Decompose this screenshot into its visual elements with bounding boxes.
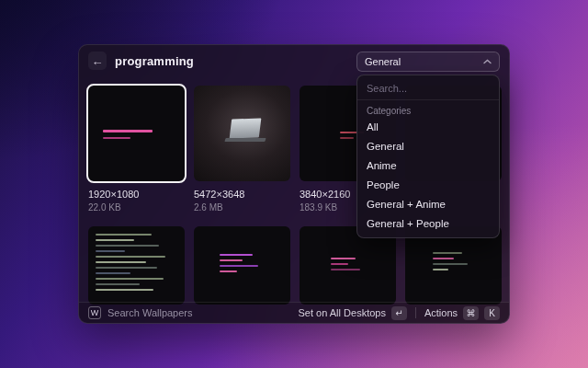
- k-key-icon: K: [484, 306, 500, 320]
- return-key-icon: ↵: [391, 306, 407, 320]
- chevron-up-icon: [483, 59, 492, 64]
- wallpaper-resolution: 5472×3648: [194, 189, 290, 200]
- wallpaper-meta: 5472×3648 2.6 MB: [194, 181, 290, 213]
- back-arrow-icon: ←: [92, 54, 104, 68]
- wallpaper-cell: 5472×3648 2.6 MB: [194, 86, 290, 213]
- wallpaper-thumbnail[interactable]: [194, 86, 290, 181]
- wallpaper-thumbnail-selected[interactable]: [88, 86, 185, 181]
- wallpaper-thumbnail[interactable]: [88, 226, 185, 305]
- page-title: programming: [115, 54, 194, 68]
- wallpaper-meta: 1920×1080 22.0 KB: [88, 181, 185, 213]
- category-select-value: General: [365, 56, 401, 67]
- category-dropdown-menu: Categories All General Anime People Gene…: [356, 75, 500, 238]
- actions-button[interactable]: Actions: [424, 307, 458, 318]
- footer-divider: [415, 307, 416, 318]
- wallpaper-cell: 1920×1080 22.0 KB: [88, 86, 185, 213]
- wallpaper-filesize: 22.0 KB: [88, 202, 185, 213]
- wallpaper-resolution: 1920×1080: [88, 189, 185, 200]
- dropdown-section-label: Categories: [357, 100, 499, 118]
- window-header: ← programming General: [79, 45, 509, 76]
- dropdown-item-general[interactable]: General: [357, 137, 499, 156]
- dropdown-item-people[interactable]: People: [357, 176, 499, 195]
- wallpaper-app-window: ← programming General 1920×1080 22.0 KB: [78, 44, 510, 324]
- wallpaper-filesize: 2.6 MB: [194, 202, 290, 213]
- dropdown-item-all[interactable]: All: [357, 118, 499, 137]
- back-button[interactable]: ←: [88, 52, 107, 70]
- dropdown-search-input[interactable]: [357, 77, 499, 99]
- dropdown-item-general-people[interactable]: General + People: [357, 214, 499, 234]
- footer-search-hint[interactable]: Search Wallpapers: [107, 307, 193, 318]
- app-logo-icon: W: [88, 306, 101, 319]
- category-select[interactable]: General: [356, 52, 500, 72]
- dropdown-search: [357, 77, 499, 100]
- set-on-all-desktops-button[interactable]: Set on All Desktops: [299, 307, 386, 318]
- dropdown-item-anime[interactable]: Anime: [357, 156, 499, 176]
- dropdown-item-general-anime[interactable]: General + Anime: [357, 195, 499, 214]
- wallpaper-thumbnail[interactable]: [194, 226, 290, 305]
- command-key-icon: ⌘: [463, 306, 479, 320]
- footer-bar: W Search Wallpapers Set on All Desktops …: [79, 302, 509, 323]
- footer-actions: Set on All Desktops ↵ Actions ⌘ K: [299, 306, 500, 320]
